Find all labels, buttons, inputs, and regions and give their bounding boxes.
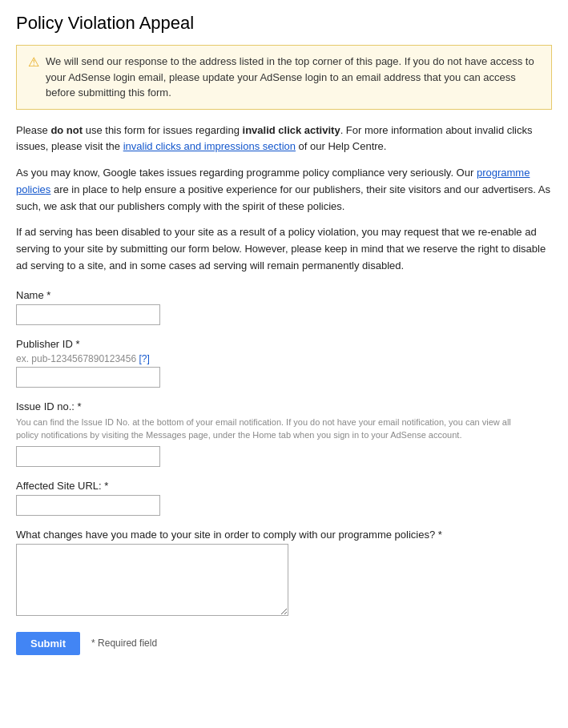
submit-row: Submit * Required field: [16, 632, 552, 655]
do-not-bold: do not: [50, 124, 83, 136]
publisher-id-input[interactable]: [16, 367, 160, 388]
invalid-click-bold: invalid click activity: [243, 124, 340, 136]
page-title: Policy Violation Appeal: [16, 13, 552, 34]
publisher-id-hint: ex. pub-1234567890123456 [?]: [16, 353, 552, 364]
name-field-group: Name: [16, 289, 552, 325]
issue-id-field-group: Issue ID no.: You can find the Issue ID …: [16, 400, 552, 467]
programme-policies-link[interactable]: programme policies: [16, 167, 530, 195]
changes-label: What changes have you made to your site …: [16, 529, 552, 541]
warning-icon: ⚠: [28, 54, 39, 71]
intro-para2: As you may know, Google takes issues reg…: [16, 165, 552, 215]
name-label: Name: [16, 289, 552, 301]
publisher-id-help-link[interactable]: [?]: [139, 353, 149, 364]
changes-textarea[interactable]: [16, 544, 288, 616]
alert-banner: ⚠ We will send our response to the addre…: [16, 45, 552, 110]
publisher-id-label: Publisher ID: [16, 338, 552, 350]
site-url-input[interactable]: [16, 495, 160, 516]
invalid-clicks-link[interactable]: invalid clicks and impressions section: [123, 140, 296, 152]
appeal-form: Name Publisher ID ex. pub-12345678901234…: [16, 289, 552, 655]
issue-id-hint: You can find the Issue ID No. at the bot…: [16, 416, 529, 442]
site-url-label: Affected Site URL:: [16, 480, 552, 492]
name-input[interactable]: [16, 304, 160, 325]
site-url-field-group: Affected Site URL:: [16, 480, 552, 516]
publisher-id-field-group: Publisher ID ex. pub-1234567890123456 [?…: [16, 338, 552, 388]
required-note: * Required field: [91, 638, 157, 649]
issue-id-label: Issue ID no.:: [16, 400, 552, 412]
changes-field-group: What changes have you made to your site …: [16, 529, 552, 616]
issue-id-input[interactable]: [16, 446, 160, 467]
submit-button[interactable]: Submit: [16, 632, 80, 655]
alert-text: We will send our response to the address…: [46, 54, 540, 101]
intro-para3: If ad serving has been disabled to your …: [16, 224, 552, 274]
intro-para1: Please do not use this form for issues r…: [16, 123, 552, 156]
